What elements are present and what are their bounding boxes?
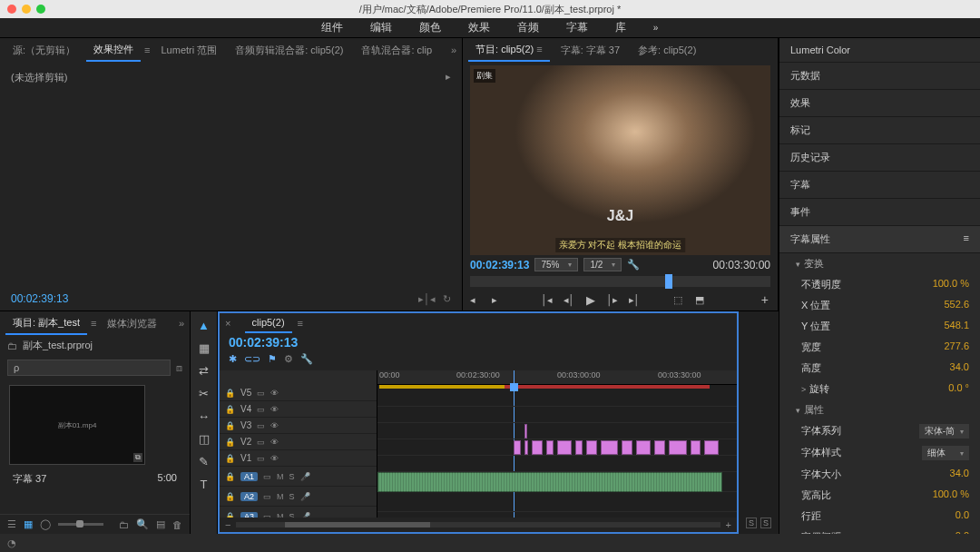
clip-caption[interactable] — [514, 440, 521, 455]
search-in-icon[interactable]: ⧈ — [176, 362, 182, 374]
caption-props-header[interactable]: 字幕属性≡ — [779, 226, 980, 253]
lock-icon[interactable]: 🔒 — [225, 472, 235, 481]
sequence-tab[interactable]: clip5(2) — [245, 313, 292, 333]
track-v1[interactable]: V1 — [240, 453, 251, 463]
tabs-overflow-icon[interactable]: » — [451, 44, 456, 55]
link-icon[interactable]: ⊂⊃ — [244, 353, 260, 365]
hand-tool-icon[interactable]: ✎ — [196, 455, 212, 468]
clip-caption[interactable] — [704, 440, 719, 455]
lift-icon[interactable]: ⬚ — [671, 294, 684, 306]
new-bin-icon[interactable]: 🗀 — [119, 519, 129, 530]
program-viewport[interactable]: 剧集 亲爱方 对不起 根本招谁的命运 — [470, 65, 770, 255]
clip-caption[interactable] — [546, 440, 554, 455]
keyframe-nav-icon[interactable]: ▸│◂ — [418, 293, 436, 305]
clip-caption[interactable] — [557, 440, 572, 455]
attrs-group[interactable]: ▾属性 — [779, 399, 980, 420]
mark-in-icon[interactable]: ◂ — [466, 294, 479, 306]
track-v3[interactable]: V3 — [240, 420, 251, 430]
clip-caption[interactable] — [524, 424, 527, 439]
lock-icon[interactable]: 🔒 — [225, 492, 235, 501]
solo-right[interactable]: S — [760, 518, 771, 528]
bin-icon[interactable]: 🗀 — [7, 340, 17, 351]
tab-media-browser[interactable]: 媒体浏览器 — [100, 313, 164, 334]
tab-project[interactable]: 项目: 副本_test — [5, 312, 87, 335]
wrench-icon[interactable]: 🔧 — [627, 259, 640, 271]
close-icon[interactable] — [7, 5, 16, 14]
go-to-in-icon[interactable]: │◂ — [541, 294, 554, 306]
resolution-select[interactable]: 1/2 — [583, 258, 622, 271]
program-out-timecode[interactable]: 00:03:30:00 — [713, 259, 770, 271]
timeline-scroll-thumb[interactable] — [285, 522, 430, 527]
project-search[interactable]: ρ — [7, 360, 171, 376]
playhead-icon[interactable] — [665, 274, 672, 289]
snap-icon[interactable]: ✱ — [229, 353, 237, 365]
clip-caption[interactable] — [669, 440, 687, 455]
transform-group[interactable]: ▾变换 — [779, 253, 980, 274]
lock-icon[interactable]: 🔒 — [225, 421, 235, 430]
solo-left[interactable]: S — [746, 518, 757, 528]
play-icon[interactable]: ▶ — [584, 293, 597, 307]
settings-icon[interactable]: ⚙ — [284, 353, 293, 365]
clip-audio[interactable] — [377, 472, 722, 492]
panel-menu-icon[interactable]: ≡ — [964, 232, 969, 246]
lock-icon[interactable]: 🔒 — [225, 438, 235, 447]
clip-caption[interactable] — [524, 440, 528, 455]
type-tool-icon[interactable]: T — [196, 478, 212, 491]
loop-icon[interactable]: ↻ — [443, 293, 451, 305]
razor-tool-icon[interactable]: ✂ — [196, 387, 212, 400]
step-forward-icon[interactable]: │▸ — [606, 294, 619, 306]
freeform-view-icon[interactable]: ◯ — [40, 518, 51, 530]
menu-assembly[interactable]: 组件 — [321, 20, 343, 35]
clip-caption[interactable] — [654, 440, 665, 455]
marker-icon[interactable]: ⚑ — [268, 353, 277, 365]
project-thumbnail[interactable]: 副本01.mp4 ⧉ — [9, 385, 145, 465]
timeline-tracks[interactable]: 00:00 00:02:30:00 00:03:00:00 00:03:30:0… — [377, 370, 737, 518]
ripple-tool-icon[interactable]: ⇄ — [196, 364, 212, 378]
zoom-icon[interactable] — [36, 5, 45, 14]
go-to-out-icon[interactable]: ▸│ — [628, 294, 641, 306]
menu-effects[interactable]: 效果 — [468, 20, 490, 35]
clip-name[interactable]: 字幕 37 — [13, 472, 46, 486]
timeline-timecode[interactable]: 00:02:39:13 — [220, 333, 737, 351]
menu-overflow-icon[interactable]: » — [653, 23, 660, 33]
panel-markers[interactable]: 标记 — [779, 117, 980, 144]
tab-effect-controls[interactable]: 效果控件 — [86, 39, 141, 62]
new-item-icon[interactable]: ▤ — [156, 518, 165, 530]
selection-tool-icon[interactable]: ▲ — [196, 319, 212, 332]
tab-audio-track-mixer[interactable]: 音轨混合器: clip — [354, 40, 439, 61]
clip-caption[interactable] — [691, 440, 701, 455]
panel-history[interactable]: 历史记录 — [779, 144, 980, 172]
lock-icon[interactable]: 🔒 — [225, 405, 235, 414]
clip-caption[interactable] — [586, 440, 597, 455]
step-back-icon[interactable]: ◂│ — [563, 294, 575, 306]
menu-editing[interactable]: 编辑 — [370, 20, 392, 35]
track-a2[interactable]: A2 — [240, 492, 258, 501]
lock-icon[interactable]: 🔒 — [225, 389, 235, 398]
work-area-bar[interactable] — [379, 385, 710, 389]
clip-caption[interactable] — [636, 440, 651, 455]
tab-source[interactable]: 源:（无剪辑） — [5, 40, 83, 61]
clip-caption[interactable] — [575, 440, 583, 455]
source-timecode[interactable]: 00:02:39:13 — [11, 292, 68, 305]
add-button-icon[interactable]: + — [761, 292, 769, 307]
mark-out-icon[interactable]: ▸ — [488, 294, 501, 306]
tab-audio-clip-mixer[interactable]: 音频剪辑混合器: clip5(2) — [228, 40, 350, 61]
track-select-tool-icon[interactable]: ▦ — [196, 341, 212, 355]
menu-libraries[interactable]: 库 — [615, 20, 626, 35]
lock-icon[interactable]: 🔒 — [225, 454, 235, 463]
panel-events[interactable]: 事件 — [779, 199, 980, 226]
zoom-select[interactable]: 75% — [534, 258, 578, 271]
font-style-select[interactable]: 细体 — [922, 446, 969, 460]
list-view-icon[interactable]: ☰ — [7, 518, 16, 530]
clip-caption[interactable] — [532, 440, 543, 455]
icon-view-icon[interactable]: ▦ — [24, 518, 33, 530]
menu-captions[interactable]: 字幕 — [566, 20, 588, 35]
slip-tool-icon[interactable]: ↔ — [196, 409, 212, 423]
menu-color[interactable]: 颜色 — [419, 20, 441, 35]
minimize-icon[interactable] — [22, 5, 31, 14]
wrench-icon[interactable]: 🔧 — [300, 353, 313, 365]
time-ruler[interactable]: 00:00 00:02:30:00 00:03:00:00 00:03:30:0… — [377, 370, 737, 385]
pen-tool-icon[interactable]: ◫ — [196, 432, 212, 446]
menu-audio[interactable]: 音频 — [517, 20, 539, 35]
trash-icon[interactable]: 🗑 — [172, 519, 182, 530]
